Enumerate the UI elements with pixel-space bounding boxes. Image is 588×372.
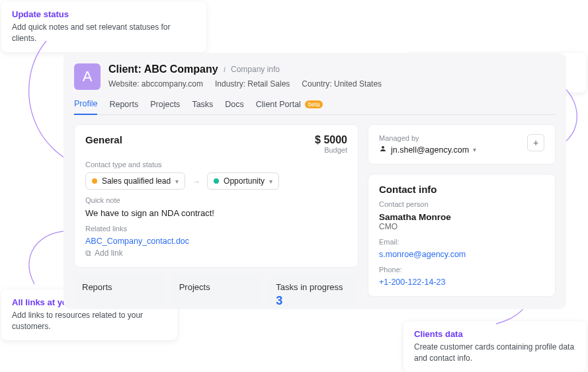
callout-body: Create customer cards containing profile… [414, 342, 575, 364]
contact-type-label: Contact type and status [85, 161, 347, 168]
tab-label: Client Portal [256, 100, 301, 109]
client-panel: A Client: ABC Company i Company info Web… [63, 53, 566, 309]
info-icon[interactable]: i [224, 65, 226, 75]
callout-body: Add quick notes and set relevant statuse… [12, 22, 196, 44]
budget-value: $ 5000 [315, 134, 347, 146]
tab-reports[interactable]: Reports [109, 99, 138, 114]
meta-industry: Industry: Retail Sales [215, 79, 290, 89]
callout-clients-data: Clients data Create customer cards conta… [403, 321, 586, 372]
tab-label: Profile [74, 99, 97, 108]
callout-update-status: Update status Add quick notes and set re… [1, 1, 206, 52]
contact-phone-label: Phone: [379, 266, 544, 274]
tile-label: Tasks in progress [276, 282, 351, 292]
tab-docs[interactable]: Docs [225, 99, 243, 114]
tab-label: Tasks [192, 100, 213, 109]
callout-body: Add links to resources related to your c… [12, 310, 167, 332]
chevron-down-icon: ▾ [269, 178, 273, 185]
tab-projects[interactable]: Projects [150, 99, 180, 114]
person-icon [379, 145, 387, 155]
add-link-label: Add link [95, 248, 123, 258]
contact-info-title: Contact info [379, 184, 544, 195]
avatar: A [74, 63, 101, 90]
contact-person-name: Samatha Monroe [379, 212, 544, 222]
callout-title: Clients data [414, 329, 575, 339]
chevron-down-icon: ▾ [175, 178, 179, 185]
budget-label: Budget [315, 146, 347, 154]
tab-tasks[interactable]: Tasks [192, 99, 213, 114]
page-title: Client: ABC Company [108, 63, 218, 75]
tab-label: Docs [225, 100, 243, 109]
lead-status-dropdown[interactable]: Sales qualified lead ▾ [85, 172, 185, 190]
tab-profile[interactable]: Profile [74, 99, 97, 115]
managed-by-email: jn.shell@agency.com [391, 145, 469, 155]
tile-count: 3 [276, 292, 351, 308]
callout-title: Update status [12, 9, 196, 19]
quick-note-text: We have to sign an NDA contract! [85, 208, 347, 218]
meta-website: Website: abccompany.com [108, 79, 203, 89]
add-manager-button[interactable]: + [527, 134, 544, 151]
tab-label: Reports [109, 100, 138, 109]
tab-label: Projects [150, 100, 180, 109]
tile-label: Reports [82, 282, 157, 292]
contact-person-label: Contact person [379, 200, 544, 208]
link-icon: ⧉ [85, 248, 91, 258]
tab-client-portal[interactable]: Client Portal beta [256, 99, 323, 114]
dot-icon [92, 178, 97, 184]
general-card: General $ 5000 Budget Contact type and s… [74, 124, 358, 268]
contact-info-card: Contact info Contact person Samatha Monr… [368, 174, 556, 297]
managed-by-label: Managed by [379, 134, 476, 142]
beta-badge: beta [305, 100, 323, 108]
contact-person-role: CMO [379, 222, 544, 231]
add-link-button[interactable]: ⧉ Add link [85, 248, 347, 258]
quick-note-label: Quick note [85, 196, 347, 204]
company-info-label: Company info [231, 65, 280, 74]
general-title: General [85, 134, 122, 145]
related-link[interactable]: ABC_Company_contact.doc [85, 237, 347, 246]
avatar-letter: A [83, 68, 93, 85]
contact-email-label: Email: [379, 238, 544, 246]
svg-point-0 [382, 146, 384, 149]
stage-value: Opportunity [224, 176, 265, 186]
arrow-right-icon: → [192, 176, 200, 186]
managed-by-dropdown[interactable]: jn.shell@agency.com ▾ [379, 145, 476, 155]
tile-projects[interactable]: Projects [171, 274, 262, 309]
dot-icon [214, 178, 219, 184]
managed-by-card: Managed by jn.shell@agency.com ▾ + [368, 124, 556, 165]
contact-email[interactable]: s.monroe@agency.com [379, 250, 544, 259]
lead-status-value: Sales qualified lead [102, 176, 171, 186]
tile-label: Projects [179, 282, 254, 292]
related-links-label: Related links [85, 225, 347, 233]
contact-phone[interactable]: +1-200-122-14-23 [379, 278, 544, 287]
meta-country: Country: United States [302, 79, 382, 89]
tile-reports[interactable]: Reports [74, 274, 165, 309]
stage-dropdown[interactable]: Opportunity ▾ [207, 172, 279, 190]
chevron-down-icon: ▾ [473, 146, 476, 153]
tile-tasks[interactable]: Tasks in progress 3 [268, 274, 358, 309]
